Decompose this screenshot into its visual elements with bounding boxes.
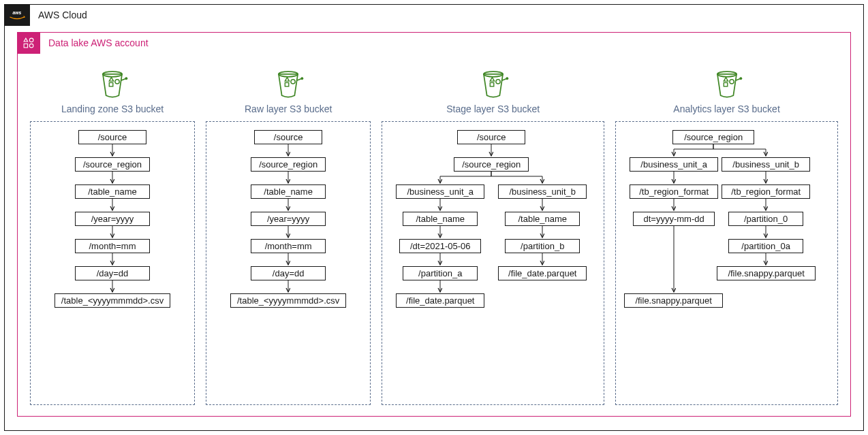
path-node: /dt=2021-05-06 [399,239,481,253]
aws-logo-icon: aws [4,4,30,26]
svg-point-45 [729,80,733,84]
svg-point-22 [301,77,304,80]
data-lake-account-group: Data lake AWS account [17,32,851,417]
path-node: /partition_0a [728,239,803,253]
svg-marker-30 [490,78,494,81]
path-node: /table_name [505,212,580,226]
path-node: /day=dd [75,266,150,280]
path-node: /source [254,130,322,144]
path-node: /table_name [403,212,478,226]
path-node: /partition_b [505,239,580,253]
stage-bucket-group: Stage layer S3 bucket [382,67,604,405]
path-node: /partition_a [403,266,478,280]
svg-rect-32 [490,82,493,86]
path-node: /year=yyyy [251,212,326,226]
s3-bucket-icon [476,67,510,101]
svg-point-10 [125,77,127,80]
s3-bucket-icon [95,67,129,101]
path-node: /business_unit_a [396,184,484,199]
path-node: dt=yyyy-mm-dd [633,212,715,226]
path-node: /month=mm [75,239,150,253]
path-node: /file.snappy.parquet [717,266,816,280]
raw-bucket-group: Raw layer S3 bucket [206,67,371,405]
svg-point-48 [739,77,742,80]
svg-text:aws: aws [13,10,22,15]
account-icon [17,32,40,54]
aws-cloud-group: aws AWS Cloud Data lake AWS account [4,4,864,431]
svg-rect-46 [724,82,727,86]
path-node: /table_<yyyymmmdd>.csv [230,293,346,308]
path-node: /business_unit_b [722,157,810,172]
path-node: /business_unit_b [498,184,587,199]
svg-rect-8 [109,82,112,86]
path-node: /year=yyyy [75,212,150,226]
path-node: /source [457,130,525,144]
path-node: /day=dd [251,266,326,280]
raw-bucket-title: Raw layer S3 bucket [245,103,332,114]
svg-point-4 [29,44,33,48]
stage-bucket-title: Stage layer S3 bucket [446,103,540,114]
path-node: /table_name [75,184,150,199]
svg-marker-6 [109,78,113,81]
svg-marker-44 [724,78,728,81]
landing-bucket-title: Landing zone S3 bucket [61,103,164,114]
path-node: /source_region [75,157,150,172]
path-node: /tb_region_format [630,184,718,199]
path-node: /business_unit_a [630,157,718,172]
path-node: /partition_0 [728,212,803,226]
cloud-title: AWS Cloud [38,10,87,20]
analytics-bucket-group: Analytics layer S3 bucket [615,67,838,405]
path-node: /source_region [251,157,326,172]
path-node: /file_date.parquet [498,266,587,280]
svg-marker-18 [285,78,290,81]
path-node: /source_region [454,157,529,172]
path-node: /month=mm [251,239,326,253]
analytics-bucket-title: Analytics layer S3 bucket [673,103,779,114]
path-node: /table_<yyyymmmdd>.csv [55,293,170,308]
s3-bucket-icon [271,67,305,101]
svg-marker-1 [24,38,28,42]
path-node: /source_region [672,130,754,144]
svg-point-31 [496,80,500,84]
svg-point-7 [115,80,119,84]
landing-bucket-group: Landing zone S3 bucket [30,67,195,405]
path-node: /tb_region_format [722,184,810,199]
path-node: /file.snappy.parquet [624,293,723,308]
path-node: /source [78,130,146,144]
account-title: Data lake AWS account [48,37,149,48]
svg-point-19 [291,80,295,84]
svg-rect-20 [285,82,289,86]
svg-rect-3 [24,44,28,48]
s3-bucket-icon [710,67,744,101]
svg-point-2 [29,38,33,42]
path-node: /file_date.parquet [396,293,484,308]
svg-point-34 [506,77,508,80]
path-node: /table_name [251,184,326,199]
